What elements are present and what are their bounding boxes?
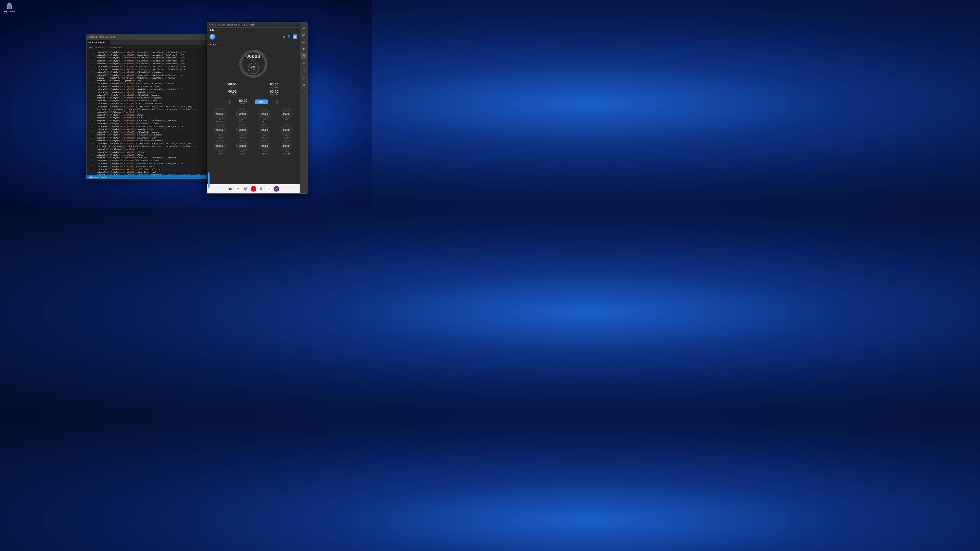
stage-btn-8[interactable]: 00000 stage 8 [210, 140, 230, 155]
vscode-title: notepad - MainPage.xaml [89, 36, 115, 38]
stage-circle-3[interactable]: 00000 [281, 108, 293, 120]
stage-label-2: stage 2 [261, 120, 268, 122]
stage-label-4: stage 4 [217, 136, 223, 138]
phone-titlebar: Android Emulator - tablet:5-det_S1_Sv1_A… [207, 22, 300, 27]
zoom-in-btn[interactable]: ⊕ [301, 60, 307, 66]
svg-point-8 [261, 189, 262, 190]
stage-circle-7[interactable]: 00000 [281, 124, 293, 136]
account-icon[interactable]: 👤 [287, 35, 291, 38]
stats-grid: 00.00 speed 00:00 stage timer 00.00 incl… [207, 80, 300, 98]
timer-ring-svg [239, 50, 267, 78]
stat-incline-label: incline [229, 94, 235, 96]
stage-label-8: stage 8 [217, 152, 223, 155]
stage-btn-4[interactable]: 00000 stage 4 [210, 124, 230, 138]
stage-circle-11[interactable]: 00000 [281, 140, 293, 152]
stat-speed-label: speed [230, 86, 235, 89]
stat-speed: 00.00 speed [212, 83, 253, 89]
stat-speed-value: 00.00 [228, 83, 237, 86]
stat-actions-value: 00.00 [239, 99, 247, 103]
wifi-icon: ▪ [294, 29, 295, 31]
stat-stage-timer-label: stage timer [269, 86, 279, 89]
stage-label-7: stage 7 [283, 136, 290, 138]
vscode-tabs: MainPage.xaml × [86, 40, 208, 45]
actions-stat: 00.00 actions [239, 99, 247, 105]
prev-arrow[interactable]: ❮ [228, 100, 231, 104]
photos-icon[interactable] [258, 186, 264, 192]
volume-down-btn[interactable]: 🔉 [301, 39, 307, 44]
vscode-editor: 1351361371381391401411421431441451461471… [86, 50, 208, 175]
zoom-out-btn[interactable]: ⊖ [301, 67, 307, 73]
timer-circle-outer: 00000 WO 000 XXX [239, 50, 267, 78]
stage-circle-0[interactable]: 00000 [214, 108, 226, 120]
stage-btn-9[interactable]: 00000 stage 9 [232, 140, 252, 155]
menu-icon[interactable]: ■ [293, 35, 297, 39]
stage-circle-4[interactable]: 00000 [214, 124, 226, 136]
stage-label-9: stage 9 [239, 152, 245, 155]
stage-btn-7[interactable]: 00000 stage 7 [277, 124, 297, 138]
stage-btn-5[interactable]: 00000 stage 5 [232, 124, 252, 138]
stages-grid: 00000 warm up 00000 stage 1 00000 stage … [207, 106, 300, 157]
vscode-titlebar: notepad - MainPage.xaml [86, 34, 208, 40]
stage-btn-0[interactable]: 00000 warm up [210, 108, 230, 122]
stage-label-6: stage 6 [261, 136, 268, 138]
location-btn[interactable]: ◇ [301, 75, 307, 80]
screenshot-btn[interactable]: ◻ [301, 53, 307, 59]
phone-appbar: M ⊞ 👤 ■ [207, 32, 300, 41]
test-dot [210, 44, 211, 45]
stage-circle-8[interactable]: 00000 [214, 140, 226, 152]
svg-point-9 [259, 189, 261, 190]
vscode-tab-mainpage[interactable]: MainPage.xaml × [86, 40, 110, 45]
stage-circle-10[interactable]: 00000 [259, 140, 270, 152]
dotnet-icon[interactable]: .N [274, 186, 279, 192]
filter-icon[interactable]: ⊞ [283, 35, 285, 38]
stage-label-11: cool down [282, 152, 291, 155]
stat-incline-value: 00.00 [228, 89, 237, 94]
signal-icon: ▪ [296, 29, 297, 31]
stage-circle-5[interactable]: 00000 [236, 124, 248, 136]
youtube-icon[interactable]: ▶ [251, 186, 256, 192]
rotate-btn[interactable]: ↻ [301, 46, 307, 52]
phone-content: test 00000 WO 000 XXX [207, 41, 300, 184]
meet-icon[interactable]: M [266, 186, 272, 192]
emulator-phone: Android Emulator - tablet:5-det_S1_Sv1_A… [207, 22, 300, 193]
svg-point-4 [240, 51, 267, 77]
stage-btn-11[interactable]: 00000 cool down [277, 140, 297, 155]
phone-statusbar: 4:43 ▪ ▪ ▪ [207, 27, 300, 32]
next-arrow[interactable]: ❯ [275, 100, 279, 104]
camera-btn[interactable]: ▤ [301, 82, 307, 87]
test-text: test [213, 43, 217, 46]
emulator-window: Android Emulator - tablet:5-det_S1_Sv1_A… [207, 22, 307, 194]
stat-actions-label: actions [239, 103, 247, 105]
vscode-statusbar: 0 No Issues Found [86, 175, 208, 179]
volume-up-btn[interactable]: 🔊 [301, 32, 307, 37]
stage-label-5: stage 5 [239, 136, 245, 138]
apps-icon[interactable]: ⊞ [228, 186, 233, 192]
recycle-bin-icon[interactable]: Recycle Bin [0, 0, 18, 14]
phone-status-icons: ▪ ▪ ▪ [293, 29, 297, 31]
stage-circle-1[interactable]: 00000 [236, 108, 248, 120]
battery-icon: ▪ [293, 29, 293, 31]
stage-btn-6[interactable]: 00000 stage 6 [254, 124, 275, 138]
stat-stage-timer-value: 00:00 [270, 83, 278, 86]
vscode-code-area[interactable]: color:#9cdcfe">style="color:#4ec9b0"><Co… [95, 50, 208, 175]
appbar-icons: ⊞ 👤 ■ [283, 35, 297, 39]
gmail-icon[interactable]: M [235, 186, 241, 192]
stage-label-3: stage 3 [283, 120, 290, 122]
stat-total-timer-value: 00:00 [270, 89, 278, 94]
app-logo: M [210, 34, 215, 40]
stat-incline: 00.00 incline [212, 89, 253, 96]
stage-btn-1[interactable]: 00000 stage 1 [232, 108, 252, 122]
power-btn[interactable]: ⏻ [301, 24, 307, 30]
stage-circle-9[interactable]: 00000 [236, 140, 248, 152]
stage-circle-6[interactable]: 00000 [259, 124, 270, 136]
bottom-indicator [208, 172, 210, 188]
stage-btn-2[interactable]: 00000 stage 2 [254, 108, 275, 122]
stage-circle-2[interactable]: 00000 [259, 108, 270, 120]
start-button[interactable]: start [255, 100, 268, 104]
stage-btn-10[interactable]: 00000 stage 10 [254, 140, 275, 155]
svg-point-7 [260, 187, 262, 189]
more-btn[interactable]: ⋯ [301, 89, 307, 94]
vscode-status-text: 0 No Issues Found [89, 176, 106, 178]
stage-btn-3[interactable]: 00000 stage 3 [277, 108, 297, 122]
chrome-icon[interactable] [243, 186, 248, 192]
